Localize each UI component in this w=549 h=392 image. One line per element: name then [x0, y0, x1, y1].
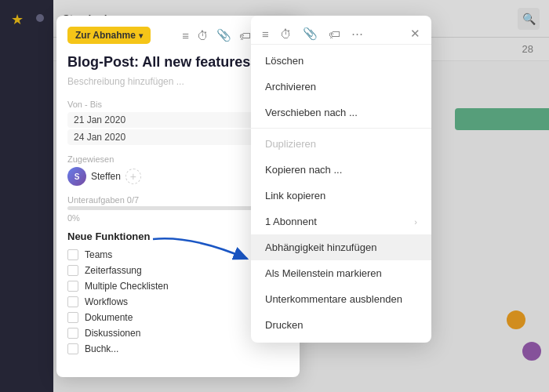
dropdown-item-drucken[interactable]: Drucken — [251, 312, 431, 338]
dropdown-item-unterkommentare[interactable]: Unterkommentare ausblenden — [251, 286, 431, 312]
dropdown-label-loschen: Löschen — [265, 55, 304, 67]
dropdown-more-icon[interactable]: ⋯ — [351, 27, 363, 41]
list-icon[interactable]: ≡ — [182, 29, 189, 42]
list-item: Buchk... — [67, 341, 289, 357]
dropdown-item-kopieren[interactable]: Kopieren nach ... — [251, 157, 431, 183]
checkbox-dokumente[interactable] — [67, 312, 78, 323]
dropdown-item-abonnent[interactable]: 1 Abonnent › — [251, 209, 431, 234]
checklist-text-dokumente: Dokumente — [85, 312, 133, 323]
checkbox-zeiterfassung[interactable] — [67, 265, 78, 276]
checklist-text-diskussionen: Diskussionen — [85, 328, 140, 339]
assigned-name: Steffen — [91, 171, 121, 182]
dropdown-divider-1 — [251, 128, 431, 129]
dropdown-tag-icon[interactable]: 🏷 — [329, 27, 340, 41]
dropdown-label-kopieren: Kopieren nach ... — [265, 164, 342, 176]
dropdown-label-meilenstein: Als Meilenstein markieren — [265, 267, 382, 279]
dropdown-attach-icon[interactable]: 📎 — [303, 27, 318, 41]
attach-icon[interactable]: 📎 — [216, 28, 231, 42]
status-badge[interactable]: Zur Abnahme ▾ — [67, 27, 151, 44]
dropdown-label-verschieben: Verschieben nach ... — [265, 107, 358, 118]
dropdown-item-verschieben[interactable]: Verschieben nach ... — [251, 100, 431, 125]
checklist-text-workflows: Workflows — [85, 296, 128, 307]
dropdown-label-unterkommentare: Unterkommentare ausblenden — [265, 293, 402, 305]
dropdown-label-abonnent: 1 Abonnent — [265, 216, 317, 227]
avatar: S — [67, 167, 86, 186]
checklist-text-buchk: Buchk... — [85, 343, 118, 354]
dropdown-item-meilenstein[interactable]: Als Meilenstein markieren — [251, 260, 431, 286]
checkbox-teams[interactable] — [67, 249, 78, 260]
checklist-text-checklisten: Multiple Checklisten — [85, 281, 169, 292]
checklist-text-teams: Teams — [85, 249, 112, 260]
dropdown-item-abhaengigkeit[interactable]: Abhängigkeit hinzufügen — [251, 234, 431, 260]
dropdown-item-archivieren[interactable]: Archivieren — [251, 74, 431, 100]
status-badge-chevron-icon: ▾ — [139, 31, 143, 40]
dropdown-timer-icon[interactable]: ⏱ — [280, 27, 292, 41]
dropdown-label-drucken: Drucken — [265, 319, 303, 331]
status-badge-label: Zur Abnahme — [75, 30, 136, 41]
checkbox-checklisten[interactable] — [67, 281, 78, 292]
dropdown-label-archivieren: Archivieren — [265, 81, 316, 93]
dropdown-close-icon[interactable]: ✕ — [410, 27, 420, 41]
dropdown-list-icon[interactable]: ≡ — [262, 27, 269, 41]
dropdown-label-abhaengigkeit: Abhängigkeit hinzufügen — [265, 241, 376, 253]
timer-icon[interactable]: ⏱ — [197, 29, 209, 42]
checkbox-workflows[interactable] — [67, 296, 78, 307]
checkbox-diskussionen[interactable] — [67, 328, 78, 339]
tag-icon[interactable]: 🏷 — [239, 29, 251, 42]
dropdown-header-icons: ≡ ⏱ 📎 🏷 ⋯ ✕ — [251, 20, 431, 45]
checkbox-buchk[interactable] — [67, 343, 78, 354]
dropdown-label-duplizieren: Duplizieren — [265, 138, 316, 150]
checklist-text-zeiterfassung: Zeiterfassung — [85, 265, 142, 276]
dropdown-label-link: Link kopieren — [265, 190, 325, 201]
add-assignee-button[interactable]: + — [125, 169, 141, 184]
dropdown-menu: ≡ ⏱ 📎 🏷 ⋯ ✕ Löschen Archivieren Verschie… — [251, 16, 431, 343]
dropdown-item-loschen[interactable]: Löschen — [251, 48, 431, 74]
dropdown-item-duplizieren: Duplizieren — [251, 131, 431, 157]
dropdown-item-link[interactable]: Link kopieren — [251, 183, 431, 209]
chevron-right-icon: › — [414, 217, 417, 227]
